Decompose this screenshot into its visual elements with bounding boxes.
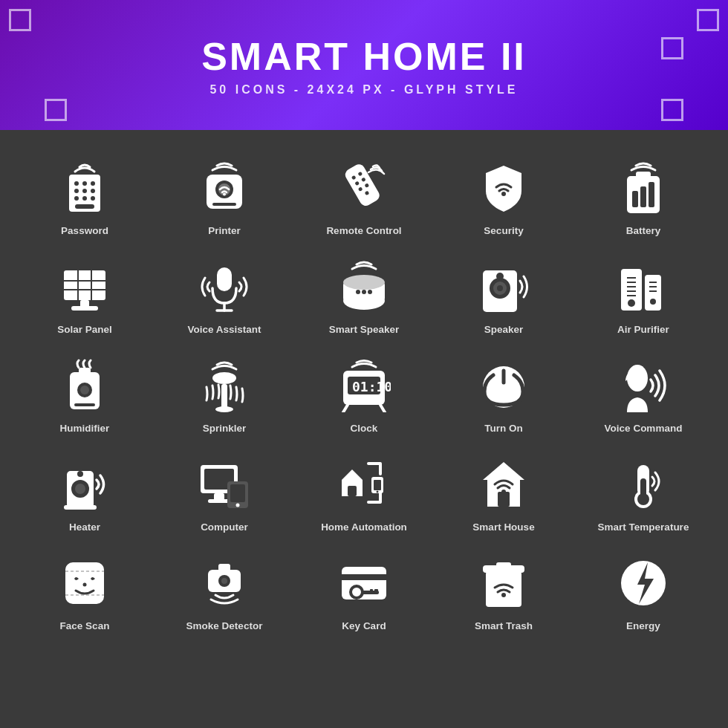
face-scan-label: Face Scan: [60, 620, 110, 631]
header: SMART HOME II 50 ICONS - 24X24 PX - GLYP…: [0, 0, 728, 130]
icon-cell-smart-house: Smart House: [434, 441, 573, 540]
svg-point-57: [628, 299, 635, 307]
svg-rect-36: [71, 306, 98, 311]
svg-point-4: [74, 189, 79, 193]
icon-cell-face-scan: Face Scan: [15, 540, 155, 639]
svg-point-97: [637, 493, 649, 505]
voice-assistant-label: Voice Assistant: [187, 324, 261, 335]
computer-label: Computer: [201, 521, 248, 533]
svg-rect-67: [74, 403, 95, 406]
smart-house-icon: [470, 455, 537, 514]
security-icon: [470, 158, 537, 218]
svg-rect-114: [496, 562, 511, 567]
turn-on-icon: [470, 356, 537, 415]
clock-label: Clock: [351, 423, 378, 434]
svg-point-91: [377, 491, 379, 493]
smart-speaker-label: Smart Speaker: [329, 324, 400, 335]
svg-point-87: [236, 504, 240, 507]
svg-rect-64: [79, 368, 91, 374]
icon-cell-smart-trash: Smart Trash: [434, 540, 573, 639]
icon-cell-voice-assistant: Voice Assistant: [155, 244, 294, 342]
svg-rect-58: [645, 275, 661, 311]
home-automation-label: Home Automation: [321, 521, 407, 533]
corner-decoration: [45, 99, 67, 121]
solar-panel-label: Solar Panel: [57, 324, 112, 335]
corner-decoration: [661, 37, 683, 59]
smart-trash-label: Smart Trash: [475, 620, 533, 631]
svg-rect-15: [212, 203, 236, 206]
svg-point-1: [74, 181, 79, 186]
printer-label: Printer: [208, 225, 241, 236]
icon-cell-key-card: Key Card: [294, 540, 434, 639]
svg-point-43: [356, 290, 360, 294]
svg-point-5: [82, 189, 87, 193]
turn-on-label: Turn On: [484, 423, 523, 434]
icon-cell-home-automation: Home Automation: [294, 441, 434, 540]
svg-point-42: [343, 275, 385, 290]
home-automation-icon: [331, 455, 397, 514]
key-card-label: Key Card: [342, 620, 386, 631]
clock-icon: 01:10: [331, 356, 397, 415]
smart-house-label: Smart House: [472, 521, 534, 533]
svg-point-62: [650, 299, 656, 305]
icon-grid: Password Printer: [0, 130, 728, 639]
svg-rect-10: [75, 204, 94, 209]
smoke-detector-icon: [191, 553, 258, 613]
svg-rect-69: [221, 384, 227, 409]
password-label: Password: [61, 225, 108, 236]
svg-point-8: [82, 196, 87, 201]
corner-decoration: [9, 9, 31, 31]
svg-point-93: [501, 490, 506, 494]
icon-cell-voice-command: Voice Command: [573, 342, 713, 441]
smart-temperature-icon: [610, 455, 677, 514]
icon-cell-sprinkler: Sprinkler: [155, 342, 294, 441]
heater-label: Heater: [69, 521, 100, 533]
icon-cell-speaker: Speaker: [434, 244, 573, 342]
energy-label: Energy: [626, 620, 660, 631]
page-title: SMART HOME II: [201, 34, 527, 79]
smart-trash-icon: [470, 553, 537, 613]
security-label: Security: [484, 225, 523, 236]
svg-text:01:10: 01:10: [352, 379, 391, 394]
page-subtitle: 50 ICONS - 24X24 PX - GLYPH STYLE: [209, 83, 518, 97]
energy-icon: [610, 553, 677, 613]
svg-rect-28: [649, 182, 654, 207]
svg-point-14: [223, 193, 226, 196]
svg-rect-107: [342, 574, 386, 580]
voice-command-label: Voice Command: [605, 423, 683, 434]
icon-cell-turn-on: Turn On: [434, 342, 573, 441]
speaker-icon: [470, 257, 537, 316]
svg-rect-111: [370, 589, 373, 592]
icon-cell-remote: Remote Control: [294, 145, 434, 244]
svg-point-66: [80, 386, 89, 394]
svg-point-104: [221, 578, 227, 584]
icon-cell-heater: Heater: [15, 441, 155, 540]
svg-rect-110: [374, 589, 378, 593]
svg-rect-84: [208, 499, 230, 503]
icon-cell-solar-panel: Solar Panel: [15, 244, 155, 342]
svg-point-70: [215, 406, 233, 412]
solar-panel-icon: [51, 257, 118, 316]
smoke-detector-label: Smoke Detector: [186, 620, 263, 631]
icon-cell-printer: Printer: [155, 145, 294, 244]
voice-command-icon: [610, 356, 677, 415]
svg-rect-88: [348, 486, 357, 496]
svg-point-115: [501, 593, 506, 597]
icon-cell-humidifier: Humidifier: [15, 342, 155, 441]
svg-point-45: [368, 290, 372, 294]
svg-point-2: [82, 181, 87, 186]
svg-point-9: [91, 196, 95, 201]
svg-point-6: [91, 189, 95, 193]
printer-icon: [191, 158, 258, 218]
svg-point-50: [496, 273, 504, 280]
svg-point-79: [77, 471, 83, 477]
svg-rect-27: [640, 186, 646, 207]
key-card-icon: [331, 553, 397, 613]
svg-rect-29: [636, 172, 651, 178]
icon-cell-smart-speaker: Smart Speaker: [294, 244, 434, 342]
remote-control-icon: [331, 158, 397, 218]
svg-point-44: [362, 290, 366, 294]
air-purifier-icon: [610, 257, 677, 316]
corner-decoration: [697, 9, 719, 31]
heater-icon: [51, 455, 118, 514]
